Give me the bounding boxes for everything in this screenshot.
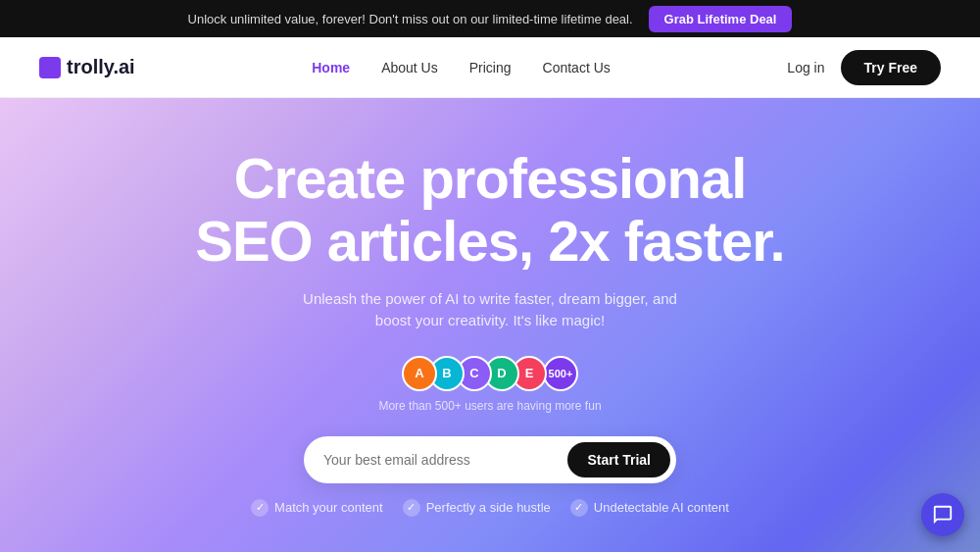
feature-label-3: Undetectable AI content <box>594 500 729 515</box>
nav-item-about[interactable]: About Us <box>381 59 438 76</box>
try-free-button[interactable]: Try Free <box>841 50 941 85</box>
start-trial-button[interactable]: Start Trial <box>567 442 670 477</box>
navbar: trolly.ai Home About Us Pricing Contact … <box>0 37 980 98</box>
chat-bubble[interactable] <box>921 493 964 536</box>
hero-title-line2: SEO articles, 2x faster. <box>195 209 784 273</box>
nav-link-pricing[interactable]: Pricing <box>469 60 512 75</box>
logo-icon <box>39 57 61 78</box>
feature-pill-1: ✓ Match your content <box>251 499 383 517</box>
logo[interactable]: trolly.ai <box>39 56 135 78</box>
logo-text: trolly.ai <box>67 56 135 78</box>
email-form: Start Trial <box>304 436 676 483</box>
hero-title: Create professional SEO articles, 2x fas… <box>195 147 784 273</box>
users-text: More than 500+ users are having more fun <box>378 399 601 413</box>
nav-link-contact[interactable]: Contact Us <box>543 60 611 75</box>
hero-title-line1: Create professional <box>234 146 747 210</box>
hero-subtitle: Unleash the power of AI to write faster,… <box>284 288 696 332</box>
hero-section: Create professional SEO articles, 2x fas… <box>0 98 980 552</box>
nav-item-pricing[interactable]: Pricing <box>469 59 512 76</box>
avatar-count: 500+ <box>543 356 578 391</box>
feature-label-2: Perfectly a side hustle <box>426 500 551 515</box>
nav-link-about[interactable]: About Us <box>381 60 438 75</box>
email-input[interactable] <box>323 452 567 468</box>
nav-right: Log in Try Free <box>787 50 941 85</box>
login-button[interactable]: Log in <box>787 60 824 75</box>
banner-text: Unlock unlimited value, forever! Don't m… <box>188 12 633 26</box>
check-icon-3: ✓ <box>570 499 588 517</box>
top-banner: Unlock unlimited value, forever! Don't m… <box>0 0 980 37</box>
check-icon-1: ✓ <box>251 499 269 517</box>
nav-item-contact[interactable]: Contact Us <box>543 59 611 76</box>
nav-link-home[interactable]: Home <box>312 60 350 75</box>
feature-label-1: Match your content <box>274 500 383 515</box>
check-icon-2: ✓ <box>403 499 420 517</box>
feature-pills: ✓ Match your content ✓ Perfectly a side … <box>251 499 729 517</box>
avatar-1: A <box>402 356 437 391</box>
nav-links: Home About Us Pricing Contact Us <box>312 59 611 76</box>
grab-deal-button[interactable]: Grab Lifetime Deal <box>649 6 793 32</box>
avatars-row: A B C D E 500+ <box>402 356 578 391</box>
nav-item-home[interactable]: Home <box>312 59 350 76</box>
feature-pill-3: ✓ Undetectable AI content <box>570 499 729 517</box>
feature-pill-2: ✓ Perfectly a side hustle <box>403 499 551 517</box>
